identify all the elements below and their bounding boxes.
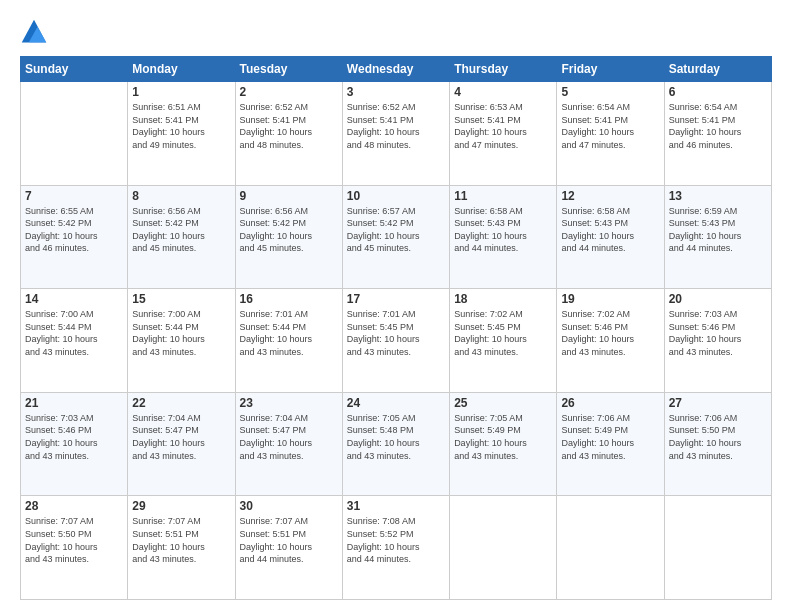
calendar-cell: 1Sunrise: 6:51 AM Sunset: 5:41 PM Daylig… <box>128 82 235 186</box>
cell-info: Sunrise: 7:01 AM Sunset: 5:44 PM Dayligh… <box>240 308 338 358</box>
day-number: 8 <box>132 189 230 203</box>
calendar-cell: 26Sunrise: 7:06 AM Sunset: 5:49 PM Dayli… <box>557 392 664 496</box>
weekday-header: Saturday <box>664 57 771 82</box>
day-number: 22 <box>132 396 230 410</box>
day-number: 29 <box>132 499 230 513</box>
weekday-header: Monday <box>128 57 235 82</box>
calendar-cell: 27Sunrise: 7:06 AM Sunset: 5:50 PM Dayli… <box>664 392 771 496</box>
calendar-cell: 3Sunrise: 6:52 AM Sunset: 5:41 PM Daylig… <box>342 82 449 186</box>
calendar: SundayMondayTuesdayWednesdayThursdayFrid… <box>20 56 772 600</box>
calendar-cell: 9Sunrise: 6:56 AM Sunset: 5:42 PM Daylig… <box>235 185 342 289</box>
calendar-cell: 25Sunrise: 7:05 AM Sunset: 5:49 PM Dayli… <box>450 392 557 496</box>
day-number: 11 <box>454 189 552 203</box>
calendar-cell: 31Sunrise: 7:08 AM Sunset: 5:52 PM Dayli… <box>342 496 449 600</box>
calendar-cell: 24Sunrise: 7:05 AM Sunset: 5:48 PM Dayli… <box>342 392 449 496</box>
day-number: 1 <box>132 85 230 99</box>
logo <box>20 18 52 46</box>
calendar-cell: 12Sunrise: 6:58 AM Sunset: 5:43 PM Dayli… <box>557 185 664 289</box>
cell-info: Sunrise: 7:00 AM Sunset: 5:44 PM Dayligh… <box>132 308 230 358</box>
calendar-cell: 21Sunrise: 7:03 AM Sunset: 5:46 PM Dayli… <box>21 392 128 496</box>
day-number: 4 <box>454 85 552 99</box>
day-number: 30 <box>240 499 338 513</box>
day-number: 14 <box>25 292 123 306</box>
calendar-cell: 15Sunrise: 7:00 AM Sunset: 5:44 PM Dayli… <box>128 289 235 393</box>
calendar-cell <box>557 496 664 600</box>
calendar-cell: 13Sunrise: 6:59 AM Sunset: 5:43 PM Dayli… <box>664 185 771 289</box>
calendar-cell: 7Sunrise: 6:55 AM Sunset: 5:42 PM Daylig… <box>21 185 128 289</box>
weekday-header: Sunday <box>21 57 128 82</box>
cell-info: Sunrise: 7:08 AM Sunset: 5:52 PM Dayligh… <box>347 515 445 565</box>
day-number: 7 <box>25 189 123 203</box>
day-number: 26 <box>561 396 659 410</box>
cell-info: Sunrise: 6:54 AM Sunset: 5:41 PM Dayligh… <box>669 101 767 151</box>
calendar-cell: 11Sunrise: 6:58 AM Sunset: 5:43 PM Dayli… <box>450 185 557 289</box>
cell-info: Sunrise: 6:55 AM Sunset: 5:42 PM Dayligh… <box>25 205 123 255</box>
cell-info: Sunrise: 6:52 AM Sunset: 5:41 PM Dayligh… <box>240 101 338 151</box>
page: SundayMondayTuesdayWednesdayThursdayFrid… <box>0 0 792 612</box>
day-number: 25 <box>454 396 552 410</box>
cell-info: Sunrise: 6:53 AM Sunset: 5:41 PM Dayligh… <box>454 101 552 151</box>
cell-info: Sunrise: 7:02 AM Sunset: 5:46 PM Dayligh… <box>561 308 659 358</box>
day-number: 18 <box>454 292 552 306</box>
cell-info: Sunrise: 6:52 AM Sunset: 5:41 PM Dayligh… <box>347 101 445 151</box>
day-number: 21 <box>25 396 123 410</box>
cell-info: Sunrise: 6:58 AM Sunset: 5:43 PM Dayligh… <box>454 205 552 255</box>
calendar-header-row: SundayMondayTuesdayWednesdayThursdayFrid… <box>21 57 772 82</box>
calendar-cell: 23Sunrise: 7:04 AM Sunset: 5:47 PM Dayli… <box>235 392 342 496</box>
cell-info: Sunrise: 7:07 AM Sunset: 5:50 PM Dayligh… <box>25 515 123 565</box>
cell-info: Sunrise: 7:03 AM Sunset: 5:46 PM Dayligh… <box>669 308 767 358</box>
header <box>20 18 772 46</box>
calendar-cell: 22Sunrise: 7:04 AM Sunset: 5:47 PM Dayli… <box>128 392 235 496</box>
cell-info: Sunrise: 7:05 AM Sunset: 5:49 PM Dayligh… <box>454 412 552 462</box>
calendar-cell <box>450 496 557 600</box>
calendar-cell: 20Sunrise: 7:03 AM Sunset: 5:46 PM Dayli… <box>664 289 771 393</box>
cell-info: Sunrise: 6:57 AM Sunset: 5:42 PM Dayligh… <box>347 205 445 255</box>
weekday-header: Thursday <box>450 57 557 82</box>
cell-info: Sunrise: 6:58 AM Sunset: 5:43 PM Dayligh… <box>561 205 659 255</box>
day-number: 6 <box>669 85 767 99</box>
cell-info: Sunrise: 7:06 AM Sunset: 5:50 PM Dayligh… <box>669 412 767 462</box>
calendar-week-row: 1Sunrise: 6:51 AM Sunset: 5:41 PM Daylig… <box>21 82 772 186</box>
cell-info: Sunrise: 6:51 AM Sunset: 5:41 PM Dayligh… <box>132 101 230 151</box>
cell-info: Sunrise: 7:07 AM Sunset: 5:51 PM Dayligh… <box>132 515 230 565</box>
calendar-cell <box>21 82 128 186</box>
cell-info: Sunrise: 7:07 AM Sunset: 5:51 PM Dayligh… <box>240 515 338 565</box>
cell-info: Sunrise: 7:04 AM Sunset: 5:47 PM Dayligh… <box>132 412 230 462</box>
day-number: 2 <box>240 85 338 99</box>
calendar-cell: 8Sunrise: 6:56 AM Sunset: 5:42 PM Daylig… <box>128 185 235 289</box>
day-number: 17 <box>347 292 445 306</box>
calendar-cell: 14Sunrise: 7:00 AM Sunset: 5:44 PM Dayli… <box>21 289 128 393</box>
weekday-header: Tuesday <box>235 57 342 82</box>
day-number: 27 <box>669 396 767 410</box>
calendar-cell: 30Sunrise: 7:07 AM Sunset: 5:51 PM Dayli… <box>235 496 342 600</box>
day-number: 12 <box>561 189 659 203</box>
cell-info: Sunrise: 7:03 AM Sunset: 5:46 PM Dayligh… <box>25 412 123 462</box>
day-number: 23 <box>240 396 338 410</box>
weekday-header: Friday <box>557 57 664 82</box>
calendar-week-row: 28Sunrise: 7:07 AM Sunset: 5:50 PM Dayli… <box>21 496 772 600</box>
calendar-week-row: 14Sunrise: 7:00 AM Sunset: 5:44 PM Dayli… <box>21 289 772 393</box>
calendar-cell: 5Sunrise: 6:54 AM Sunset: 5:41 PM Daylig… <box>557 82 664 186</box>
day-number: 9 <box>240 189 338 203</box>
day-number: 20 <box>669 292 767 306</box>
day-number: 31 <box>347 499 445 513</box>
calendar-week-row: 21Sunrise: 7:03 AM Sunset: 5:46 PM Dayli… <box>21 392 772 496</box>
day-number: 15 <box>132 292 230 306</box>
calendar-cell: 19Sunrise: 7:02 AM Sunset: 5:46 PM Dayli… <box>557 289 664 393</box>
calendar-cell: 18Sunrise: 7:02 AM Sunset: 5:45 PM Dayli… <box>450 289 557 393</box>
logo-icon <box>20 18 48 46</box>
day-number: 16 <box>240 292 338 306</box>
day-number: 5 <box>561 85 659 99</box>
day-number: 10 <box>347 189 445 203</box>
calendar-cell: 16Sunrise: 7:01 AM Sunset: 5:44 PM Dayli… <box>235 289 342 393</box>
calendar-cell: 10Sunrise: 6:57 AM Sunset: 5:42 PM Dayli… <box>342 185 449 289</box>
day-number: 24 <box>347 396 445 410</box>
day-number: 28 <box>25 499 123 513</box>
cell-info: Sunrise: 6:59 AM Sunset: 5:43 PM Dayligh… <box>669 205 767 255</box>
calendar-cell: 17Sunrise: 7:01 AM Sunset: 5:45 PM Dayli… <box>342 289 449 393</box>
calendar-cell: 4Sunrise: 6:53 AM Sunset: 5:41 PM Daylig… <box>450 82 557 186</box>
cell-info: Sunrise: 7:05 AM Sunset: 5:48 PM Dayligh… <box>347 412 445 462</box>
day-number: 3 <box>347 85 445 99</box>
calendar-week-row: 7Sunrise: 6:55 AM Sunset: 5:42 PM Daylig… <box>21 185 772 289</box>
cell-info: Sunrise: 7:06 AM Sunset: 5:49 PM Dayligh… <box>561 412 659 462</box>
